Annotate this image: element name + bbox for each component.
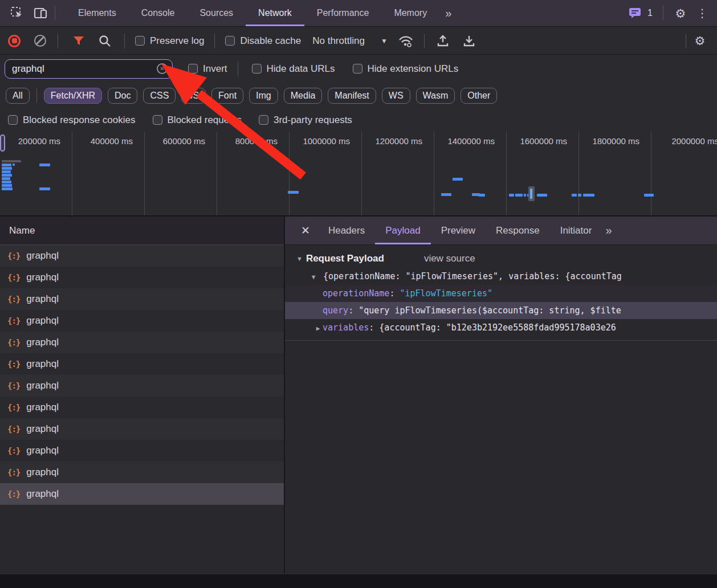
waterfall-bar[interactable]	[537, 194, 547, 197]
waterfall-bar[interactable]	[2, 160, 21, 162]
collapse-triangle-icon[interactable]: ▼	[296, 255, 303, 262]
record-network-log-button[interactable]	[8, 35, 21, 47]
inspect-element-icon[interactable]	[8, 4, 26, 22]
waterfall-bar[interactable]	[2, 181, 11, 183]
preserve-log-checkbox[interactable]	[135, 36, 145, 46]
tab-network[interactable]: Network	[246, 0, 304, 26]
issues-message-icon[interactable]	[626, 4, 644, 22]
chip-wasm[interactable]: Wasm	[416, 88, 455, 104]
search-icon[interactable]	[96, 32, 114, 50]
request-row[interactable]: {:}graphql	[0, 397, 284, 418]
3rd-party-requests-checkbox-group[interactable]: 3rd-party requests	[259, 115, 352, 126]
blocked-requests-checkbox-group[interactable]: Blocked requests	[153, 115, 242, 126]
waterfall-bar[interactable]	[478, 194, 485, 197]
more-tabs-chevron-icon[interactable]: »	[439, 0, 457, 26]
waterfall-bar[interactable]	[2, 164, 11, 166]
invert-checkbox-group[interactable]: Invert	[188, 63, 227, 75]
waterfall-bar[interactable]	[2, 184, 12, 187]
checkbox[interactable]	[8, 115, 18, 125]
waterfall-bar[interactable]	[572, 194, 577, 197]
request-row[interactable]: {:}graphql	[0, 418, 284, 440]
close-detail-icon[interactable]: ✕	[293, 217, 318, 244]
invert-checkbox[interactable]	[188, 64, 198, 74]
detail-tab-headers[interactable]: Headers	[318, 217, 375, 244]
payload-preview-line[interactable]: ▼ {operationName: "ipFlowTimeseries", va…	[285, 268, 717, 285]
chip-js[interactable]: JS	[181, 88, 206, 104]
waterfall-bar[interactable]	[509, 194, 514, 197]
tab-sources[interactable]: Sources	[187, 0, 246, 26]
network-overview[interactable]: 200000 ms400000 ms600000 ms800000 ms1000…	[0, 132, 717, 217]
detail-tab-payload[interactable]: Payload	[375, 217, 430, 244]
checkbox[interactable]	[259, 115, 268, 125]
request-row[interactable]: {:}graphql	[0, 245, 284, 267]
checkbox[interactable]	[153, 115, 162, 125]
waterfall-bar[interactable]	[644, 194, 654, 197]
hide-data-urls-checkbox-group[interactable]: Hide data URLs	[252, 63, 335, 75]
settings-gear-icon[interactable]: ⚙	[671, 4, 690, 22]
name-column-header[interactable]: Name	[0, 217, 284, 245]
tab-memory[interactable]: Memory	[381, 0, 439, 26]
clear-filter-icon[interactable]: ✕	[157, 63, 168, 74]
waterfall-bar[interactable]	[39, 187, 50, 190]
waterfall-bar[interactable]	[578, 194, 581, 197]
tab-console[interactable]: Console	[129, 0, 188, 26]
blocked-response-cookies-checkbox-group[interactable]: Blocked response cookies	[8, 115, 136, 126]
waterfall-bar[interactable]	[524, 194, 526, 197]
hide-extension-urls-checkbox[interactable]	[353, 64, 362, 74]
filter-input[interactable]	[12, 63, 157, 75]
request-row[interactable]: {:}graphql	[0, 440, 284, 462]
request-row[interactable]: {:}graphql	[0, 267, 284, 288]
waterfall-bar[interactable]	[13, 164, 15, 166]
waterfall-bar[interactable]	[441, 193, 451, 196]
waterfall-bar[interactable]	[2, 177, 10, 180]
preserve-log-checkbox-group[interactable]: Preserve log	[135, 35, 204, 47]
request-row[interactable]: {:}graphql	[0, 483, 284, 505]
chip-doc[interactable]: Doc	[108, 88, 137, 104]
chip-all[interactable]: All	[6, 88, 30, 104]
collapse-triangle-icon[interactable]: ▼	[309, 269, 318, 285]
disable-cache-checkbox-group[interactable]: Disable cache	[225, 35, 301, 47]
waterfall-bar[interactable]	[288, 191, 299, 194]
device-toolbar-icon[interactable]	[32, 4, 50, 22]
waterfall-bar[interactable]	[583, 194, 594, 197]
waterfall-bar[interactable]	[39, 164, 50, 166]
overview-scroll-handle[interactable]	[0, 134, 5, 152]
waterfall-bar[interactable]	[2, 174, 12, 177]
payload-row-variables[interactable]: ▶variables: {accountTag: "b12e3b2192ee55…	[285, 319, 717, 336]
network-settings-gear-icon[interactable]: ⚙	[691, 32, 709, 50]
payload-row-operationName[interactable]: operationName: "ipFlowTimeseries"	[285, 285, 717, 302]
chip-fetchxhr[interactable]: Fetch/XHR	[44, 88, 102, 104]
request-row[interactable]: {:}graphql	[0, 353, 284, 375]
waterfall-bar[interactable]	[2, 187, 13, 190]
chip-font[interactable]: Font	[211, 88, 243, 104]
expand-triangle-icon[interactable]: ▶	[313, 320, 323, 336]
waterfall-bar[interactable]	[515, 194, 523, 197]
filter-funnel-icon[interactable]	[70, 32, 88, 50]
view-source-link[interactable]: view source	[424, 253, 475, 264]
throttling-dropdown[interactable]: No throttling ▼	[312, 35, 388, 47]
tab-performance[interactable]: Performance	[304, 0, 382, 26]
detail-tab-response[interactable]: Response	[486, 217, 550, 244]
waterfall-bar[interactable]	[2, 170, 11, 173]
request-row[interactable]: {:}graphql	[0, 375, 284, 397]
export-har-icon[interactable]	[460, 32, 478, 50]
detail-more-tabs-chevron-icon[interactable]: »	[605, 224, 612, 237]
request-row[interactable]: {:}graphql	[0, 288, 284, 310]
disable-cache-checkbox[interactable]	[225, 36, 235, 46]
waterfall-bar[interactable]	[453, 178, 463, 181]
payload-row-query[interactable]: query: "query ipFlowTimeseries($accountT…	[285, 302, 717, 319]
chip-ws[interactable]: WS	[382, 88, 410, 104]
hide-data-urls-checkbox[interactable]	[252, 64, 262, 74]
kebab-menu-icon[interactable]: ⋮	[693, 4, 711, 22]
waterfall-bar[interactable]	[2, 167, 12, 170]
network-conditions-icon[interactable]	[397, 32, 415, 50]
detail-tab-preview[interactable]: Preview	[431, 217, 486, 244]
request-row[interactable]: {:}graphql	[0, 462, 284, 483]
tab-elements[interactable]: Elements	[66, 0, 129, 26]
hide-extension-urls-checkbox-group[interactable]: Hide extension URLs	[353, 63, 459, 75]
request-row[interactable]: {:}graphql	[0, 310, 284, 332]
import-har-icon[interactable]	[434, 32, 452, 50]
request-row[interactable]: {:}graphql	[0, 332, 284, 353]
chip-css[interactable]: CSS	[143, 88, 176, 104]
chip-manifest[interactable]: Manifest	[328, 88, 376, 104]
